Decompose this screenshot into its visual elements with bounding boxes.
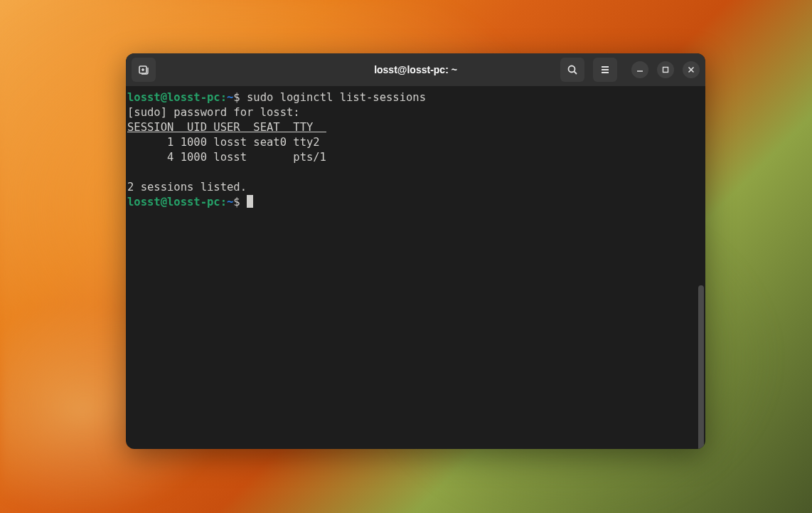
scrollbar[interactable] — [698, 285, 704, 449]
window-title: losst@losst-pc: ~ — [374, 64, 457, 75]
prompt-colon: : — [220, 91, 227, 104]
menu-button[interactable] — [593, 58, 617, 82]
table-row: 4 1000 losst pts/1 — [127, 151, 326, 164]
prompt-cwd: ~ — [227, 91, 233, 104]
svg-rect-2 — [663, 68, 668, 73]
new-tab-button[interactable] — [132, 58, 156, 82]
titlebar-right — [560, 58, 700, 82]
svg-point-1 — [569, 66, 575, 73]
prompt-user-host: losst@losst-pc — [127, 196, 220, 208]
prompt-user-host: losst@losst-pc — [127, 91, 220, 104]
new-tab-icon — [138, 64, 149, 75]
minimize-button[interactable] — [631, 61, 648, 78]
prompt-symbol: $ — [233, 91, 240, 104]
terminal-window: losst@losst-pc: ~ — [126, 53, 705, 449]
search-icon — [567, 64, 578, 75]
close-button[interactable] — [683, 61, 700, 78]
titlebar-left — [132, 58, 156, 82]
hamburger-icon — [599, 64, 611, 75]
table-row: 1 1000 losst seat0 tty2 — [127, 136, 326, 149]
table-header: SESSION UID USER SEAT TTY — [127, 121, 326, 134]
search-button[interactable] — [560, 58, 584, 82]
maximize-button[interactable] — [657, 61, 674, 78]
prompt-cwd: ~ — [227, 196, 233, 208]
summary-line: 2 sessions listed. — [127, 181, 247, 194]
terminal-body[interactable]: losst@losst-pc:~$ sudo loginctl list-ses… — [126, 86, 705, 449]
cursor — [247, 195, 253, 208]
maximize-icon — [662, 66, 669, 73]
close-icon — [688, 66, 695, 73]
window-controls — [631, 61, 700, 78]
command-text: sudo loginctl list-sessions — [247, 91, 426, 104]
sudo-prompt: [sudo] password for losst: — [127, 106, 300, 119]
titlebar[interactable]: losst@losst-pc: ~ — [126, 53, 705, 86]
minimize-icon — [636, 66, 643, 73]
prompt-symbol: $ — [233, 196, 240, 208]
prompt-colon: : — [220, 196, 227, 208]
